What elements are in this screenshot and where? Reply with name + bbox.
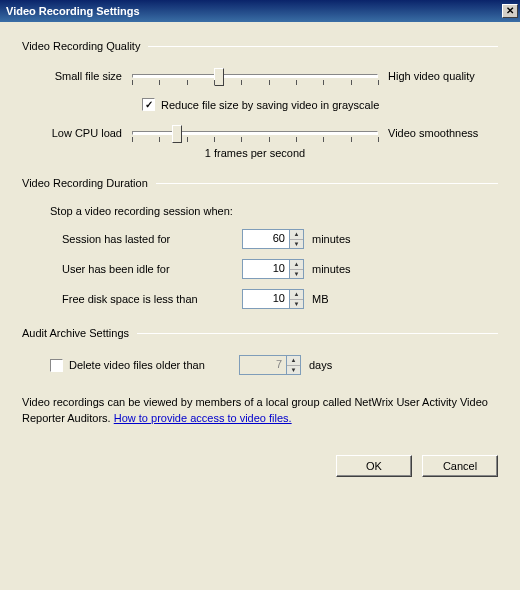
chevron-up-icon[interactable]: ▲ xyxy=(290,230,303,240)
how-to-access-link[interactable]: How to provide access to video files. xyxy=(114,412,292,424)
slider-ticks xyxy=(132,80,378,88)
close-icon[interactable]: ✕ xyxy=(502,4,518,18)
titlebar: Video Recording Settings ✕ xyxy=(0,0,520,22)
value-stepper[interactable]: 60▲▼ xyxy=(242,229,304,249)
ok-button[interactable]: OK xyxy=(336,455,412,477)
stepper-value[interactable]: 10 xyxy=(242,289,289,309)
field-unit: minutes xyxy=(312,263,351,275)
stepper-value[interactable]: 10 xyxy=(242,259,289,279)
slider1-right-label: High video quality xyxy=(378,68,498,82)
duration-header: Video Recording Duration xyxy=(22,177,498,189)
grayscale-row: ✓ Reduce file size by saving video in gr… xyxy=(142,98,498,111)
value-stepper[interactable]: 10▲▼ xyxy=(242,289,304,309)
duration-field-row: Free disk space is less than10▲▼MB xyxy=(62,289,498,309)
chevron-down-icon[interactable]: ▼ xyxy=(290,300,303,309)
value-stepper[interactable]: 10▲▼ xyxy=(242,259,304,279)
stepper-buttons[interactable]: ▲▼ xyxy=(289,259,304,279)
stepper-buttons[interactable]: ▲▼ xyxy=(289,289,304,309)
smoothness-slider[interactable]: 1 frames per second xyxy=(132,125,378,159)
duration-rows: Session has lasted for60▲▼minutesUser ha… xyxy=(62,229,498,309)
chevron-down-icon[interactable]: ▼ xyxy=(290,270,303,279)
stepper-buttons[interactable]: ▲▼ xyxy=(289,229,304,249)
field-label: Session has lasted for xyxy=(62,233,242,245)
slider1-left-label: Small file size xyxy=(22,68,132,82)
window-title: Video Recording Settings xyxy=(6,5,140,17)
duration-field-row: User has been idle for10▲▼minutes xyxy=(62,259,498,279)
chevron-down-icon[interactable]: ▼ xyxy=(287,366,300,375)
field-unit: minutes xyxy=(312,233,351,245)
field-unit: MB xyxy=(312,293,329,305)
archive-header: Audit Archive Settings xyxy=(22,327,498,339)
divider xyxy=(148,46,498,47)
stepper-value[interactable]: 60 xyxy=(242,229,289,249)
chevron-up-icon[interactable]: ▲ xyxy=(290,290,303,300)
slider2-left-label: Low CPU load xyxy=(22,125,132,139)
stepper-buttons[interactable]: ▲ ▼ xyxy=(286,355,301,375)
slider-ticks xyxy=(132,137,378,145)
footer-note: Video recordings can be viewed by member… xyxy=(22,395,498,427)
grayscale-checkbox[interactable]: ✓ xyxy=(142,98,155,111)
delete-days-stepper[interactable]: 7 ▲ ▼ xyxy=(239,355,301,375)
quality-slider[interactable] xyxy=(132,68,378,88)
field-label: User has been idle for xyxy=(62,263,242,275)
fps-label: 1 frames per second xyxy=(132,147,378,159)
grayscale-label: Reduce file size by saving video in gray… xyxy=(161,99,379,111)
cpu-vs-smoothness-row: Low CPU load 1 frames per second Video s… xyxy=(22,125,498,159)
filesize-vs-quality-row: Small file size High video quality xyxy=(22,68,498,88)
delete-older-checkbox[interactable] xyxy=(50,359,63,372)
chevron-up-icon[interactable]: ▲ xyxy=(290,260,303,270)
chevron-up-icon[interactable]: ▲ xyxy=(287,356,300,366)
cancel-button[interactable]: Cancel xyxy=(422,455,498,477)
quality-header: Video Recording Quality xyxy=(22,40,498,52)
duration-header-label: Video Recording Duration xyxy=(22,177,148,189)
archive-header-label: Audit Archive Settings xyxy=(22,327,129,339)
divider xyxy=(137,333,498,334)
stop-when-label: Stop a video recording session when: xyxy=(50,205,498,217)
delete-days-value[interactable]: 7 xyxy=(239,355,286,375)
duration-field-row: Session has lasted for60▲▼minutes xyxy=(62,229,498,249)
chevron-down-icon[interactable]: ▼ xyxy=(290,240,303,249)
delete-days-unit: days xyxy=(309,359,332,371)
quality-header-label: Video Recording Quality xyxy=(22,40,140,52)
slider2-right-label: Video smoothness xyxy=(378,125,498,139)
dialog-buttons: OK Cancel xyxy=(22,455,498,477)
divider xyxy=(156,183,498,184)
dialog-body: Video Recording Quality Small file size … xyxy=(0,22,520,489)
field-label: Free disk space is less than xyxy=(62,293,242,305)
delete-row: Delete video files older than 7 ▲ ▼ days xyxy=(50,355,498,375)
delete-older-label: Delete video files older than xyxy=(69,359,239,371)
